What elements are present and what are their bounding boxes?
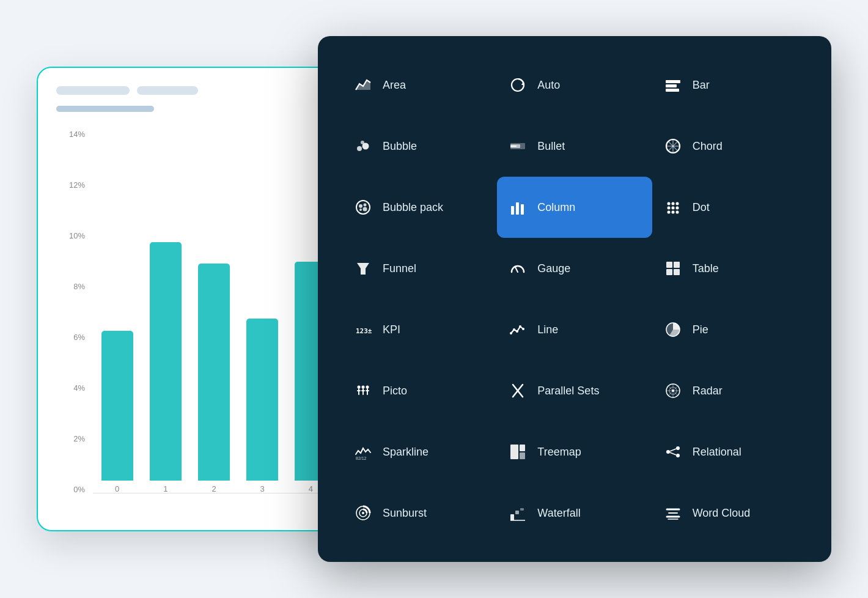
menu-item-parallel-sets[interactable]: Parallel Sets — [497, 360, 652, 421]
svg-point-69 — [666, 450, 670, 454]
svg-rect-38 — [674, 269, 680, 275]
svg-point-32 — [675, 211, 679, 214]
funnel-label: Funnel — [383, 262, 416, 275]
svg-line-73 — [670, 452, 676, 455]
svg-rect-22 — [516, 202, 519, 215]
x-label-0: 0 — [115, 484, 119, 493]
y-label-14: 14% — [69, 130, 85, 138]
menu-item-pie[interactable]: Pie — [652, 299, 807, 360]
svg-point-17 — [359, 204, 362, 208]
bubble-pack-icon — [352, 196, 374, 218]
waterfall-label: Waterfall — [537, 507, 580, 520]
svg-marker-33 — [357, 263, 369, 275]
menu-item-radar[interactable]: Radar — [652, 360, 807, 421]
svg-rect-23 — [521, 204, 524, 215]
kpi-icon: 123± — [352, 319, 374, 341]
svg-point-25 — [671, 202, 674, 205]
line-label: Line — [537, 323, 558, 336]
svg-point-42 — [516, 330, 518, 333]
sparkline-icon: 82/12 — [352, 441, 374, 463]
bubble-label: Bubble — [383, 140, 417, 153]
line-icon — [507, 319, 529, 341]
word-cloud-label: Word Cloud — [693, 507, 751, 520]
relational-label: Relational — [693, 446, 741, 459]
y-label-6: 6% — [73, 333, 85, 341]
y-label-4: 4% — [73, 384, 85, 392]
bar-label: Bar — [693, 79, 710, 92]
svg-rect-10 — [510, 146, 517, 147]
bullet-icon — [507, 135, 529, 157]
relational-icon — [662, 441, 684, 463]
chart-header — [56, 86, 335, 95]
menu-item-picto[interactable]: Picto — [342, 360, 497, 421]
y-label-10: 10% — [69, 232, 85, 240]
menu-item-funnel[interactable]: Funnel — [342, 238, 497, 299]
bar-icon — [662, 74, 684, 96]
menu-item-auto[interactable]: Auto — [497, 54, 652, 116]
menu-item-table[interactable]: Table — [652, 238, 807, 299]
svg-point-7 — [361, 141, 364, 144]
menu-item-area[interactable]: Area — [342, 54, 497, 116]
parallel-sets-label: Parallel Sets — [537, 385, 599, 397]
svg-point-28 — [671, 207, 674, 210]
sunburst-label: Sunburst — [383, 507, 427, 520]
column-label: Column — [537, 201, 575, 214]
dot-label: Dot — [693, 201, 710, 214]
menu-item-bubble-pack[interactable]: Bubble pack — [342, 177, 497, 238]
svg-point-31 — [671, 211, 674, 214]
table-icon — [662, 257, 684, 279]
chart-pill-2 — [137, 86, 198, 95]
chart-subline — [56, 106, 154, 112]
bar-group-1: 1 — [141, 242, 189, 493]
table-label: Table — [693, 262, 719, 275]
menu-item-bubble[interactable]: Bubble — [342, 116, 497, 177]
menu-item-chord[interactable]: Chord — [652, 116, 807, 177]
bubble-pack-label: Bubble pack — [383, 201, 443, 214]
menu-item-waterfall[interactable]: Waterfall — [497, 482, 652, 544]
word-cloud-icon — [662, 502, 684, 524]
sparkline-label: Sparkline — [383, 446, 428, 459]
menu-item-gauge[interactable]: Gauge — [497, 238, 652, 299]
svg-rect-35 — [666, 262, 672, 268]
svg-point-29 — [675, 207, 679, 210]
radar-label: Radar — [693, 385, 723, 397]
svg-point-70 — [676, 446, 680, 450]
dot-icon — [662, 196, 684, 218]
menu-item-sparkline[interactable]: 82/12 Sparkline — [342, 421, 497, 482]
menu-item-bar[interactable]: Bar — [652, 54, 807, 116]
menu-item-dot[interactable]: Dot — [652, 177, 807, 238]
svg-rect-67 — [520, 445, 525, 451]
gauge-icon — [507, 257, 529, 279]
svg-point-76 — [362, 512, 364, 514]
svg-point-24 — [667, 202, 670, 205]
menu-item-treemap[interactable]: Treemap — [497, 421, 652, 482]
bars-container: 0 1 2 3 4 — [93, 130, 335, 493]
sunburst-icon — [352, 502, 374, 524]
chord-icon — [662, 135, 684, 157]
menu-item-relational[interactable]: Relational — [652, 421, 807, 482]
bar-group-3: 3 — [238, 319, 287, 493]
y-label-8: 8% — [73, 282, 85, 290]
svg-rect-66 — [510, 445, 518, 459]
svg-point-18 — [364, 204, 367, 207]
picto-label: Picto — [383, 385, 407, 397]
menu-item-bullet[interactable]: Bullet — [497, 116, 652, 177]
menu-item-word-cloud[interactable]: Word Cloud — [652, 482, 807, 544]
svg-point-27 — [667, 207, 670, 210]
menu-item-sunburst[interactable]: Sunburst — [342, 482, 497, 544]
menu-item-column[interactable]: Column — [497, 177, 652, 238]
svg-point-64 — [672, 389, 674, 392]
svg-rect-3 — [666, 84, 677, 87]
menu-item-line[interactable]: Line — [497, 299, 652, 360]
funnel-icon — [352, 257, 374, 279]
bubble-icon — [352, 135, 374, 157]
bar-group-0: 0 — [93, 331, 141, 493]
treemap-icon — [507, 441, 529, 463]
x-label-2: 2 — [211, 484, 216, 493]
x-axis-line — [93, 493, 335, 493]
kpi-label: KPI — [383, 323, 400, 336]
x-label-4: 4 — [309, 484, 313, 493]
menu-item-kpi[interactable]: 123± KPI — [342, 299, 497, 360]
svg-text:82/12: 82/12 — [356, 456, 367, 460]
chart-area: 14% 12% 10% 8% 6% 4% 2% 0% 0 1 — [56, 130, 335, 518]
